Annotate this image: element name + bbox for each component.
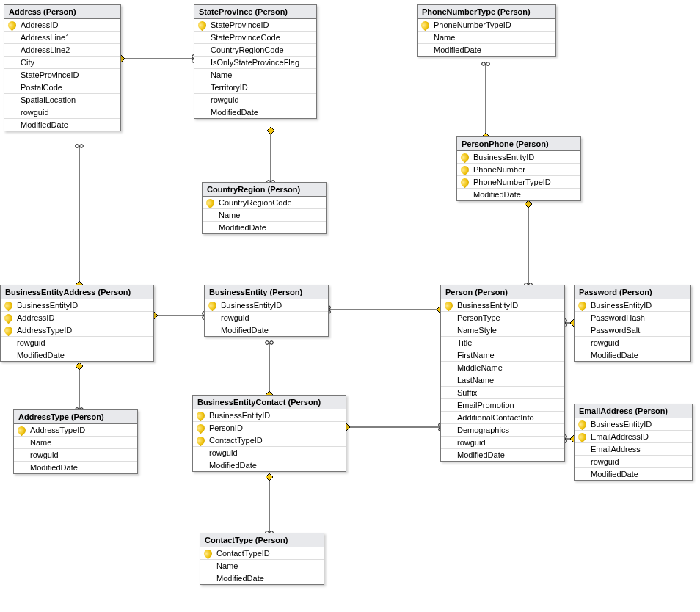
column: AddressLine1 [4, 31, 120, 43]
svg-point-21 [266, 341, 269, 345]
column-pk: BusinessEntityID [193, 409, 346, 421]
column-pk: ContactTypeID [193, 434, 346, 446]
column: FirstName [441, 349, 564, 361]
column: PersonType [441, 311, 564, 324]
table-header: Password (Person) [575, 285, 690, 299]
table-header: BusinessEntity (Person) [205, 285, 328, 299]
svg-point-7 [486, 62, 490, 66]
column-pk: AddressTypeID [1, 324, 153, 336]
column: Title [441, 336, 564, 349]
column: rowguid [575, 336, 690, 349]
table-emailAddress[interactable]: EmailAddress (Person)BusinessEntityIDEma… [574, 404, 693, 481]
svg-point-6 [482, 62, 486, 66]
column: NameStyle [441, 324, 564, 336]
svg-marker-18 [76, 363, 83, 370]
column: City [4, 56, 120, 68]
column-pk: PersonID [193, 421, 346, 434]
table-countryRegion[interactable]: CountryRegion (Person)CountryRegionCodeN… [202, 182, 327, 234]
column: Name [418, 31, 555, 43]
table-header: ContactType (Person) [200, 533, 324, 547]
svg-point-13 [80, 145, 84, 148]
table-header: PhoneNumberType (Person) [418, 5, 555, 19]
column: Name [14, 436, 137, 448]
column: MiddleName [441, 361, 564, 374]
table-person[interactable]: Person (Person)BusinessEntityIDPersonTyp… [440, 285, 565, 462]
table-header: Address (Person) [4, 5, 120, 19]
column: rowguid [1, 336, 153, 349]
column: PasswordHash [575, 311, 690, 324]
column-pk: BusinessEntityID [575, 299, 690, 311]
table-personPhone[interactable]: PersonPhone (Person)BusinessEntityIDPhon… [456, 136, 581, 201]
table-businessEntityAddress[interactable]: BusinessEntityAddress (Person)BusinessEn… [0, 285, 154, 362]
svg-marker-9 [525, 200, 532, 208]
column: rowguid [193, 446, 346, 459]
column: ModifiedDate [457, 188, 580, 200]
column-pk: StateProvinceID [194, 19, 316, 31]
column: rowguid [441, 436, 564, 448]
svg-point-22 [270, 341, 274, 345]
column: StateProvinceCode [194, 31, 316, 43]
column-pk: AddressID [1, 311, 153, 324]
table-header: BusinessEntityAddress (Person) [1, 285, 153, 299]
column-pk: PhoneNumberTypeID [418, 19, 555, 31]
column: PasswordSalt [575, 324, 690, 336]
column: ModifiedDate [203, 221, 326, 233]
column: PostalCode [4, 81, 120, 93]
column: ModifiedDate [4, 118, 120, 131]
column-pk: CountryRegionCode [203, 197, 326, 208]
column: rowguid [205, 311, 328, 324]
column: Demographics [441, 423, 564, 436]
column: rowguid [575, 455, 692, 467]
column: ModifiedDate [14, 461, 137, 473]
column: rowguid [4, 106, 120, 118]
column-pk: PhoneNumber [457, 163, 580, 175]
column: Name [194, 68, 316, 81]
column: rowguid [14, 448, 137, 461]
column: EmailAddress [575, 442, 692, 455]
svg-point-12 [76, 145, 79, 148]
table-header: EmailAddress (Person) [575, 404, 692, 418]
table-addressType[interactable]: AddressType (Person)AddressTypeIDNamerow… [13, 409, 138, 474]
table-header: BusinessEntityContact (Person) [193, 396, 346, 409]
column: rowguid [194, 93, 316, 106]
column-pk: ContactTypeID [200, 547, 324, 559]
column-pk: BusinessEntityID [441, 299, 564, 311]
column: IsOnlyStateProvinceFlag [194, 56, 316, 68]
column: TerritoryID [194, 81, 316, 93]
column: EmailPromotion [441, 398, 564, 411]
column: ModifiedDate [575, 349, 690, 361]
column: ModifiedDate [205, 324, 328, 336]
column: Name [200, 559, 324, 572]
table-password[interactable]: Password (Person)BusinessEntityIDPasswor… [574, 285, 691, 362]
column-pk: EmailAddressID [575, 430, 692, 442]
table-header: CountryRegion (Person) [203, 183, 326, 197]
column: ModifiedDate [575, 467, 692, 480]
table-header: Person (Person) [441, 285, 564, 299]
column: AddressLine2 [4, 43, 120, 56]
column: Suffix [441, 386, 564, 398]
column: AdditionalContactInfo [441, 411, 564, 423]
table-address[interactable]: Address (Person)AddressIDAddressLine1Add… [4, 4, 121, 131]
erd-canvas: Address (Person)AddressIDAddressLine1Add… [0, 0, 700, 612]
table-header: PersonPhone (Person) [457, 137, 580, 151]
table-phoneNumberType[interactable]: PhoneNumberType (Person)PhoneNumberTypeI… [417, 4, 556, 57]
svg-marker-24 [266, 473, 273, 481]
column-pk: AddressTypeID [14, 424, 137, 436]
table-businessEntity[interactable]: BusinessEntity (Person)BusinessEntityIDr… [204, 285, 329, 337]
column: StateProvinceID [4, 68, 120, 81]
column: ModifiedDate [193, 459, 346, 471]
svg-marker-3 [267, 127, 274, 134]
table-header: AddressType (Person) [14, 410, 137, 424]
column-pk: BusinessEntityID [205, 299, 328, 311]
column-pk: BusinessEntityID [457, 151, 580, 163]
table-contactType[interactable]: ContactType (Person)ContactTypeIDNameMod… [200, 533, 324, 585]
column-pk: BusinessEntityID [1, 299, 153, 311]
column-pk: AddressID [4, 19, 120, 31]
column: ModifiedDate [441, 448, 564, 461]
table-stateProvince[interactable]: StateProvince (Person)StateProvinceIDSta… [194, 4, 317, 119]
column: SpatialLocation [4, 93, 120, 106]
column: ModifiedDate [1, 349, 153, 361]
column-pk: PhoneNumberTypeID [457, 175, 580, 188]
table-businessEntityContact[interactable]: BusinessEntityContact (Person)BusinessEn… [192, 395, 346, 472]
column: ModifiedDate [194, 106, 316, 118]
